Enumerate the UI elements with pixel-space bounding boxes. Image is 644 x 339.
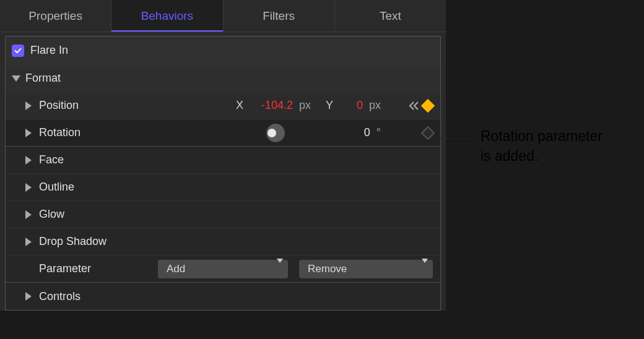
chevron-down-icon (277, 259, 283, 275)
parameter-row: Parameter Add Remove (6, 255, 440, 283)
y-axis-label: Y (322, 99, 333, 112)
behavior-title: Flare In (30, 44, 68, 57)
x-value[interactable]: -104.2 (250, 99, 293, 112)
x-unit: px (299, 99, 311, 112)
disclosure-format[interactable] (12, 75, 20, 82)
rotation-value[interactable]: 0 (347, 126, 370, 139)
disclosure-outline[interactable] (25, 183, 34, 192)
disclosure-position[interactable] (25, 101, 34, 110)
behavior-header-row: Flare In (6, 36, 440, 65)
outline-row[interactable]: Outline (6, 174, 440, 201)
parameter-label: Parameter (39, 262, 126, 275)
outline-label: Outline (39, 181, 74, 194)
disclosure-controls[interactable] (25, 292, 34, 301)
disclosure-dropshadow[interactable] (25, 238, 34, 246)
chevron-right-icon (25, 238, 32, 246)
inspector-tabs: Properties Behaviors Filters Text (0, 0, 446, 32)
glow-row[interactable]: Glow (6, 201, 440, 228)
chevron-down-icon (12, 75, 20, 82)
keyframe-diamond-icon[interactable] (421, 98, 435, 113)
add-select-label: Add (167, 263, 185, 275)
format-label: Format (25, 72, 61, 85)
face-row[interactable]: Face (6, 147, 440, 174)
controls-row[interactable]: Controls (6, 283, 440, 310)
rotation-unit: ° (376, 126, 381, 139)
enable-checkbox[interactable] (12, 45, 24, 57)
position-label: Position (39, 99, 113, 112)
annotation-callout: Rotation parameter is added. (481, 126, 603, 166)
chevron-down-icon (422, 259, 428, 275)
rotation-row: Rotation 0 ° (6, 119, 440, 147)
annotation-leader-line (433, 138, 477, 139)
chevron-right-icon (25, 129, 32, 137)
rotation-dial[interactable] (266, 124, 285, 142)
y-value[interactable]: 0 (339, 99, 363, 112)
disclosure-face[interactable] (25, 156, 34, 165)
format-row[interactable]: Format (6, 65, 440, 92)
rotation-label: Rotation (39, 126, 113, 139)
tab-behaviors[interactable]: Behaviors (111, 0, 223, 32)
disclosure-rotation[interactable] (25, 129, 34, 137)
inspector-content: Flare In Format Position X -104.2 px Y 0… (5, 36, 441, 311)
chevron-right-icon (25, 156, 32, 165)
disclosure-glow[interactable] (25, 210, 34, 219)
remove-select-label: Remove (308, 263, 347, 275)
check-icon (14, 46, 22, 55)
chevron-right-icon (25, 292, 32, 301)
x-axis-label: X (232, 99, 243, 112)
parameter-add-select[interactable]: Add (158, 260, 288, 278)
y-unit: px (369, 99, 381, 112)
parameter-remove-select[interactable]: Remove (299, 260, 433, 278)
controls-label: Controls (39, 290, 80, 303)
tab-filters[interactable]: Filters (224, 0, 335, 32)
chevron-right-icon (25, 183, 32, 192)
dropshadow-row[interactable]: Drop Shadow (6, 228, 440, 255)
annotation-line2: is added. (481, 146, 603, 166)
tab-text[interactable]: Text (335, 0, 446, 32)
chevron-right-icon (25, 210, 32, 219)
position-row: Position X -104.2 px Y 0 px (6, 92, 440, 119)
keyframe-empty-diamond-icon[interactable] (421, 126, 435, 140)
face-label: Face (39, 153, 64, 166)
dropshadow-label: Drop Shadow (39, 235, 107, 248)
chevron-right-icon (25, 101, 32, 110)
glow-label: Glow (39, 208, 64, 221)
prev-keyframe-icon[interactable] (408, 101, 420, 111)
tab-properties[interactable]: Properties (0, 0, 111, 32)
annotation-line1: Rotation parameter (481, 126, 603, 146)
